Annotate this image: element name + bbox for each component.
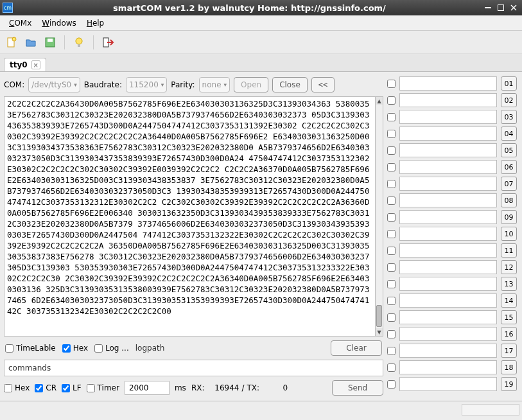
quick-cmd-checkbox[interactable] xyxy=(387,380,396,389)
quick-cmd-checkbox[interactable] xyxy=(387,197,396,205)
rx-count: 16944 xyxy=(207,383,239,392)
quick-cmd-button[interactable]: 10 xyxy=(501,227,517,241)
tab-label: tty0 xyxy=(10,60,28,69)
quick-cmd-input[interactable] xyxy=(399,76,497,91)
quick-cmd-checkbox[interactable] xyxy=(387,213,396,222)
hex-output[interactable]: 2C2C2C2C2C2A36430D0A005B7562785F696E2E63… xyxy=(4,96,376,337)
send-hex-checkbox[interactable]: Hex xyxy=(4,383,30,392)
quick-cmd-button[interactable]: 09 xyxy=(501,210,517,224)
quick-cmd-button[interactable]: 08 xyxy=(501,193,517,207)
scroll-down-icon[interactable]: ▼ xyxy=(376,328,383,336)
quick-cmd-button[interactable]: 12 xyxy=(501,260,517,274)
timelable-checkbox[interactable]: TimeLable xyxy=(5,344,56,353)
quick-cmd-input[interactable] xyxy=(399,177,497,191)
close-port-button[interactable]: Close xyxy=(272,77,308,92)
quick-cmd-input[interactable] xyxy=(399,260,497,274)
open-port-button[interactable]: Open xyxy=(234,77,268,92)
menu-comx[interactable]: COMx xyxy=(4,17,37,29)
quick-cmd-input[interactable] xyxy=(399,360,497,374)
quick-cmd-input[interactable] xyxy=(399,293,497,308)
quick-cmd-input[interactable] xyxy=(399,160,497,174)
quick-cmd-input[interactable] xyxy=(399,327,497,341)
quick-cmd-button[interactable]: 19 xyxy=(501,377,517,391)
menu-help[interactable]: Help xyxy=(82,17,109,29)
quick-cmd-button[interactable]: 17 xyxy=(501,344,517,358)
quick-cmd-input[interactable] xyxy=(399,210,497,224)
parity-select[interactable]: none▾ xyxy=(199,77,230,92)
quick-cmd-checkbox[interactable] xyxy=(387,297,396,305)
svg-rect-7 xyxy=(48,39,53,42)
minimize-button[interactable] xyxy=(482,3,494,13)
hex-checkbox[interactable]: Hex xyxy=(62,344,88,353)
timer-checkbox[interactable]: Timer xyxy=(87,383,119,392)
quick-cmd-checkbox[interactable] xyxy=(387,247,396,255)
quick-cmd-checkbox[interactable] xyxy=(387,113,396,121)
quick-cmd-button[interactable]: 03 xyxy=(501,110,517,124)
quick-cmd-button[interactable]: 06 xyxy=(501,160,517,174)
open-button[interactable] xyxy=(23,35,39,50)
quick-cmd-checkbox[interactable] xyxy=(387,146,396,155)
quick-cmd-input[interactable] xyxy=(399,310,497,324)
quick-cmd-input[interactable] xyxy=(399,243,497,258)
quick-cmd-button[interactable]: 15 xyxy=(501,310,517,324)
quick-cmd-checkbox[interactable] xyxy=(387,80,396,88)
timer-interval-input[interactable] xyxy=(125,381,170,395)
clear-button[interactable]: Clear xyxy=(331,340,382,356)
quick-cmd-input[interactable] xyxy=(399,110,497,124)
quick-cmd-checkbox[interactable] xyxy=(387,130,396,138)
baudrate-select[interactable]: 115200▾ xyxy=(126,77,167,92)
quick-cmd-button[interactable]: 18 xyxy=(501,360,517,374)
tab-close-button[interactable]: × xyxy=(31,60,40,69)
tip-button[interactable] xyxy=(71,35,87,50)
quick-cmd-row: 15 xyxy=(387,310,517,325)
quick-cmd-checkbox[interactable] xyxy=(387,347,396,355)
log-checkbox[interactable]: Log ... xyxy=(94,344,129,353)
quick-cmd-input[interactable] xyxy=(399,193,497,207)
quick-cmd-button[interactable]: 07 xyxy=(501,177,517,191)
tab-tty0[interactable]: tty0 × xyxy=(4,58,46,71)
menu-windows[interactable]: Windows xyxy=(37,17,82,29)
quick-cmd-input[interactable] xyxy=(399,127,497,141)
quick-cmd-button[interactable]: 13 xyxy=(501,277,517,291)
quick-cmd-input[interactable] xyxy=(399,227,497,241)
quick-cmd-checkbox[interactable] xyxy=(387,263,396,272)
scroll-up-icon[interactable]: ▲ xyxy=(376,97,383,105)
quick-cmd-input[interactable] xyxy=(399,377,497,391)
send-button[interactable]: Send xyxy=(332,380,383,396)
toolbar-separator xyxy=(93,35,94,49)
quick-cmd-checkbox[interactable] xyxy=(387,363,396,372)
exit-button[interactable] xyxy=(100,35,116,50)
new-file-icon xyxy=(6,37,17,48)
quick-cmd-button[interactable]: 11 xyxy=(501,243,517,258)
quick-cmd-checkbox[interactable] xyxy=(387,313,396,322)
quick-cmd-button[interactable]: 16 xyxy=(501,327,517,341)
quick-cmd-checkbox[interactable] xyxy=(387,163,396,171)
quick-cmd-button[interactable]: 02 xyxy=(501,93,517,107)
quick-cmd-checkbox[interactable] xyxy=(387,180,396,188)
close-button[interactable] xyxy=(508,3,519,13)
send-lf-checkbox[interactable]: LF xyxy=(62,383,82,392)
quick-cmd-checkbox[interactable] xyxy=(387,96,396,105)
folder-open-icon xyxy=(25,37,37,48)
chevron-updown-icon: ▾ xyxy=(74,82,77,88)
quick-cmd-button[interactable]: 14 xyxy=(501,293,517,308)
command-input[interactable] xyxy=(4,360,383,376)
output-scrollbar[interactable]: ▲ ▼ xyxy=(376,96,383,337)
quick-cmd-checkbox[interactable] xyxy=(387,330,396,338)
com-port-select[interactable]: /dev/ttyS0▾ xyxy=(28,77,80,92)
quick-cmd-input[interactable] xyxy=(399,93,497,107)
collapse-panel-button[interactable]: << xyxy=(311,77,335,92)
maximize-button[interactable] xyxy=(495,3,507,13)
quick-cmd-input[interactable] xyxy=(399,344,497,358)
new-button[interactable] xyxy=(4,35,19,50)
quick-cmd-button[interactable]: 04 xyxy=(501,127,517,141)
quick-cmd-checkbox[interactable] xyxy=(387,230,396,238)
quick-cmd-button[interactable]: 01 xyxy=(501,76,517,91)
scroll-thumb[interactable] xyxy=(376,305,382,327)
save-button[interactable] xyxy=(42,35,58,50)
quick-cmd-input[interactable] xyxy=(399,277,497,291)
quick-cmd-checkbox[interactable] xyxy=(387,280,396,288)
quick-cmd-button[interactable]: 05 xyxy=(501,143,517,157)
send-cr-checkbox[interactable]: CR xyxy=(35,383,57,392)
quick-cmd-input[interactable] xyxy=(399,143,497,157)
